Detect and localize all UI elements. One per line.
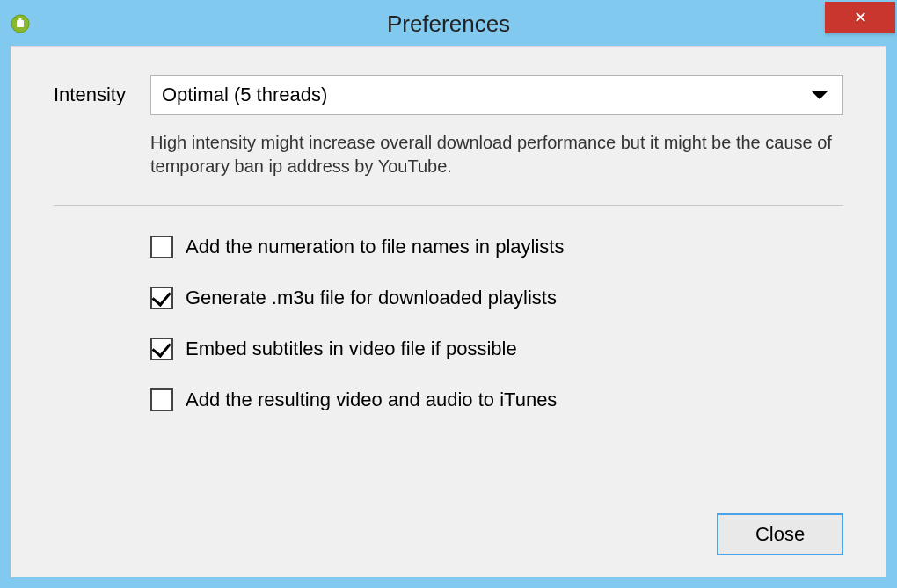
option-label: Add the numeration to file names in play…	[186, 236, 564, 258]
titlebar: Preferences ✕	[2, 2, 895, 46]
checkbox-subtitles[interactable]	[150, 338, 173, 360]
intensity-hint: High intensity might increase overall do…	[150, 131, 843, 178]
preferences-window: Preferences ✕ Intensity Optimal (5 threa…	[0, 0, 897, 588]
close-button-label: Close	[755, 523, 805, 546]
intensity-label: Intensity	[54, 83, 150, 106]
checkbox-itunes[interactable]	[150, 388, 173, 411]
options-list: Add the numeration to file names in play…	[150, 236, 843, 439]
dialog-footer: Close	[54, 513, 843, 555]
close-button[interactable]: Close	[717, 513, 843, 555]
option-numeration: Add the numeration to file names in play…	[150, 236, 843, 258]
client-area: Intensity Optimal (5 threads) High inten…	[11, 46, 886, 577]
option-label: Embed subtitles in video file if possibl…	[186, 338, 517, 360]
window-close-button[interactable]: ✕	[825, 2, 895, 33]
option-label: Generate .m3u file for downloaded playli…	[186, 287, 557, 309]
intensity-value: Optimal (5 threads)	[162, 83, 327, 106]
intensity-select[interactable]: Optimal (5 threads)	[150, 75, 843, 115]
close-icon: ✕	[854, 8, 867, 27]
option-itunes: Add the resulting video and audio to iTu…	[150, 388, 843, 411]
chevron-down-icon	[811, 91, 828, 99]
option-m3u: Generate .m3u file for downloaded playli…	[150, 287, 843, 309]
checkbox-numeration[interactable]	[150, 236, 173, 258]
svg-rect-1	[17, 20, 24, 27]
separator	[54, 205, 843, 206]
intensity-row: Intensity Optimal (5 threads)	[54, 75, 843, 115]
app-icon	[11, 14, 30, 33]
checkbox-m3u[interactable]	[150, 287, 173, 309]
option-subtitles: Embed subtitles in video file if possibl…	[150, 338, 843, 360]
option-label: Add the resulting video and audio to iTu…	[186, 388, 557, 411]
window-title: Preferences	[2, 11, 895, 38]
svg-rect-2	[19, 18, 22, 21]
